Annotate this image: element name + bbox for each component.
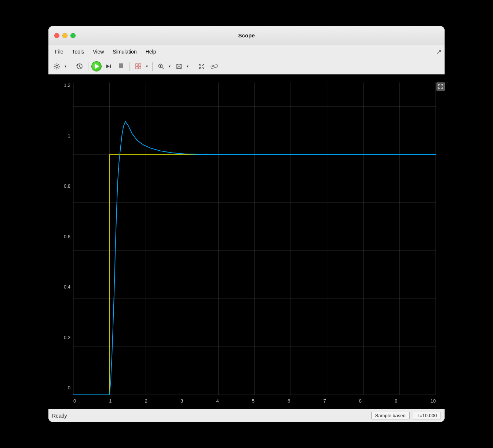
- zoom-in-button[interactable]: [156, 61, 167, 72]
- zoom-fit-arrow-button[interactable]: ▼: [185, 61, 190, 72]
- separator-3: [129, 62, 130, 71]
- run-button[interactable]: [91, 61, 102, 71]
- zoom-fit-group: ▼: [174, 61, 190, 72]
- titlebar: Scope: [48, 26, 445, 45]
- menu-expand-icon: ↗: [436, 48, 442, 56]
- status-ready-text: Ready: [52, 413, 67, 419]
- menu-simulation[interactable]: Simulation: [109, 47, 140, 56]
- svg-rect-8: [139, 67, 141, 69]
- chart-area[interactable]: [73, 82, 436, 395]
- separator-2: [88, 62, 88, 71]
- separator-5: [193, 62, 193, 71]
- svg-point-0: [56, 65, 58, 67]
- main-window: Scope File Tools View Simulation Help ↗ …: [48, 26, 445, 422]
- x-label-6: 6: [288, 398, 290, 404]
- sample-based-badge: Sample based: [371, 412, 410, 419]
- layout-arrow-button[interactable]: ▼: [144, 61, 149, 72]
- window-title: Scope: [238, 32, 255, 38]
- y-label-08: 0.8: [64, 183, 70, 189]
- y-label-02: 0.2: [64, 335, 70, 340]
- x-axis-labels: 0 1 2 3 4 5 6 7 8 9 10: [73, 396, 436, 405]
- y-label-0: 0: [68, 385, 70, 390]
- menu-file[interactable]: File: [51, 47, 67, 56]
- y-label-12: 1.2: [64, 82, 70, 88]
- menubar: File Tools View Simulation Help ↗: [48, 45, 445, 58]
- x-label-8: 8: [359, 398, 362, 404]
- view-history-button[interactable]: [74, 61, 85, 72]
- x-label-2: 2: [145, 398, 147, 404]
- play-icon: [95, 64, 99, 69]
- svg-rect-5: [136, 64, 138, 66]
- x-label-1: 1: [109, 398, 112, 404]
- zoom-in-group: ▼: [156, 61, 172, 72]
- x-label-10: 10: [430, 398, 435, 404]
- y-label-1: 1: [68, 133, 70, 139]
- traffic-lights: [54, 33, 76, 38]
- zoom-fit-button[interactable]: [174, 61, 185, 72]
- svg-marker-2: [106, 65, 110, 68]
- restore-view-button[interactable]: [196, 61, 207, 72]
- svg-rect-3: [110, 65, 111, 68]
- svg-rect-6: [139, 64, 141, 66]
- chart-expand-button[interactable]: [437, 82, 445, 91]
- menu-view[interactable]: View: [89, 47, 107, 56]
- separator-4: [152, 62, 153, 71]
- settings-arrow-button[interactable]: ▼: [63, 61, 68, 72]
- close-button[interactable]: [54, 33, 59, 38]
- y-axis-labels: 0 0.2 0.4 0.6 0.8 1 1.2: [48, 79, 73, 390]
- x-label-9: 9: [395, 398, 397, 404]
- measure-button[interactable]: [209, 61, 220, 72]
- stop-button[interactable]: [116, 61, 127, 72]
- expand-icon: [438, 84, 443, 89]
- svg-rect-11: [211, 64, 218, 68]
- x-label-7: 7: [323, 398, 326, 404]
- menu-help[interactable]: Help: [142, 47, 160, 56]
- minimize-button[interactable]: [62, 33, 67, 38]
- x-label-3: 3: [180, 398, 183, 404]
- settings-button[interactable]: [51, 61, 62, 72]
- layout-button[interactable]: [133, 61, 144, 72]
- x-label-0: 0: [73, 398, 76, 404]
- menu-tools[interactable]: Tools: [69, 47, 88, 56]
- settings-group: ▼: [51, 61, 68, 72]
- svg-rect-4: [119, 63, 123, 68]
- step-button[interactable]: [103, 61, 114, 72]
- separator-1: [71, 62, 71, 71]
- plot-container: 0 0.2 0.4 0.6 0.8 1 1.2: [48, 74, 445, 409]
- plot-inner: 0 0.2 0.4 0.6 0.8 1 1.2: [48, 79, 445, 409]
- layout-group: ▼: [133, 61, 149, 72]
- maximize-button[interactable]: [70, 33, 76, 38]
- time-badge: T=10.000: [413, 412, 441, 419]
- toolbar: ▼: [48, 58, 445, 74]
- zoom-in-arrow-button[interactable]: ▼: [167, 61, 172, 72]
- chart-svg: [73, 82, 436, 395]
- x-label-5: 5: [252, 398, 255, 404]
- y-label-06: 0.6: [64, 234, 70, 239]
- x-label-4: 4: [216, 398, 219, 404]
- y-label-04: 0.4: [64, 284, 70, 290]
- svg-rect-7: [136, 67, 138, 69]
- statusbar: Ready Sample based T=10.000: [48, 409, 445, 422]
